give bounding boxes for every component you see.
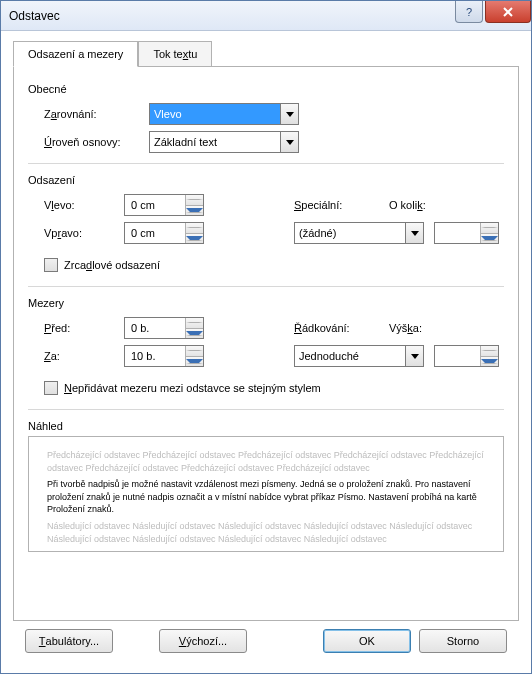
- tabstrip: Odsazení a mezery Tok textu: [13, 41, 519, 67]
- spin-up-icon[interactable]: [186, 223, 203, 234]
- preview-before-text: Předcházející odstavec Předcházející ods…: [47, 449, 485, 474]
- line-spacing-combo[interactable]: Jednoduché: [294, 345, 424, 367]
- special-indent-label: Speciální:: [294, 199, 379, 211]
- indent-by-spinner[interactable]: [434, 222, 499, 244]
- tabs-button[interactable]: Tabulátory...: [25, 629, 113, 653]
- outline-level-label: Úroveň osnovy:: [44, 136, 149, 148]
- mirror-indent-label: Zrcadlové odsazení: [64, 259, 160, 271]
- indent-left-label: Vlevo:: [44, 199, 124, 211]
- mirror-indent-checkbox[interactable]: [44, 258, 58, 272]
- spin-up-icon[interactable]: [186, 318, 203, 329]
- chevron-down-icon[interactable]: [405, 223, 423, 243]
- no-space-same-style-checkbox[interactable]: [44, 381, 58, 395]
- indent-by-label: O kolik:: [389, 199, 449, 211]
- spin-down-icon[interactable]: [481, 234, 498, 244]
- line-at-label: Výška:: [389, 322, 449, 334]
- svg-text:?: ?: [466, 6, 472, 18]
- spin-up-icon[interactable]: [481, 223, 498, 234]
- paragraph-dialog: Odstavec ? Odsazení a mezery Tok textu O…: [0, 0, 532, 674]
- preview-box: Předcházející odstavec Předcházející ods…: [28, 436, 504, 552]
- spin-down-icon[interactable]: [481, 357, 498, 367]
- outline-level-combo[interactable]: Základní text: [149, 131, 299, 153]
- tab-text-flow[interactable]: Tok textu: [138, 41, 212, 67]
- line-spacing-label: Řádkování:: [294, 322, 379, 334]
- special-indent-combo[interactable]: (žádné): [294, 222, 424, 244]
- spin-down-icon[interactable]: [186, 357, 203, 367]
- no-space-same-style-label: Nepřidávat mezeru mezi odstavce se stejn…: [64, 382, 321, 394]
- preview-after-text: Následující odstavec Následující odstave…: [47, 520, 485, 545]
- spin-up-icon[interactable]: [186, 346, 203, 357]
- dialog-title: Odstavec: [9, 9, 453, 23]
- tabpage-indent-spacing: Obecné Zarovnání: Vlevo Úroveň osnovy: Z…: [13, 66, 519, 621]
- spin-up-icon[interactable]: [481, 346, 498, 357]
- space-after-label: Za:: [44, 350, 124, 362]
- ok-button[interactable]: OK: [323, 629, 411, 653]
- preview-sample-text: Při tvorbě nadpisů je možné nastavit vzd…: [47, 478, 485, 516]
- space-after-spinner[interactable]: 10 b.: [124, 345, 204, 367]
- indent-right-spinner[interactable]: 0 cm: [124, 222, 204, 244]
- help-button[interactable]: ?: [455, 1, 483, 23]
- spin-down-icon[interactable]: [186, 234, 203, 244]
- spin-down-icon[interactable]: [186, 329, 203, 339]
- tab-indent-spacing[interactable]: Odsazení a mezery: [13, 41, 138, 67]
- alignment-value: Vlevo: [150, 104, 280, 124]
- spin-down-icon[interactable]: [186, 206, 203, 216]
- alignment-label: Zarovnání:: [44, 108, 149, 120]
- space-before-label: Před:: [44, 322, 124, 334]
- cancel-button[interactable]: Storno: [419, 629, 507, 653]
- default-button[interactable]: Výchozí...: [159, 629, 247, 653]
- dialog-client: Odsazení a mezery Tok textu Obecné Zarov…: [1, 31, 531, 673]
- space-before-spinner[interactable]: 0 b.: [124, 317, 204, 339]
- line-at-spinner[interactable]: [434, 345, 499, 367]
- titlebar: Odstavec ?: [1, 1, 531, 31]
- dialog-footer: Tabulátory... Výchozí... OK Storno: [13, 621, 519, 661]
- spin-up-icon[interactable]: [186, 195, 203, 206]
- indent-right-label: Vpravo:: [44, 227, 124, 239]
- chevron-down-icon[interactable]: [280, 104, 298, 124]
- outline-level-value: Základní text: [150, 132, 280, 152]
- chevron-down-icon[interactable]: [405, 346, 423, 366]
- alignment-combo[interactable]: Vlevo: [149, 103, 299, 125]
- close-button[interactable]: [485, 1, 531, 23]
- indent-left-spinner[interactable]: 0 cm: [124, 194, 204, 216]
- chevron-down-icon[interactable]: [280, 132, 298, 152]
- group-spacing-label: Mezery: [28, 291, 504, 313]
- group-preview-label: Náhled: [28, 414, 504, 436]
- group-general-label: Obecné: [28, 77, 504, 99]
- group-indent-label: Odsazení: [28, 168, 504, 190]
